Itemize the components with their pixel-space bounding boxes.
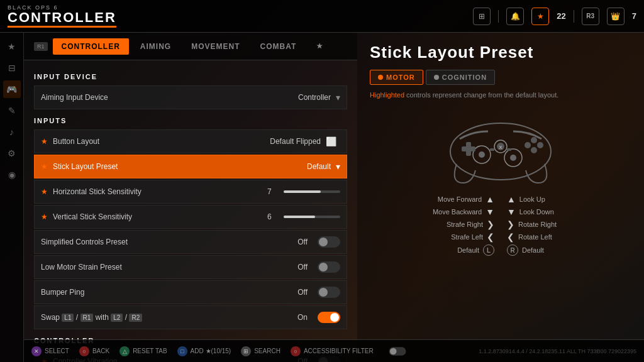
toggle-low-motor-strain[interactable] — [318, 261, 340, 273]
toggle-simplified-controls[interactable] — [318, 236, 340, 248]
toggle-swap-buttons[interactable] — [318, 312, 340, 323]
mapping-rotate-right: ❯ Rotate Right — [507, 219, 631, 229]
svg-rect-14 — [490, 148, 494, 151]
slider-fill-vertical — [284, 216, 315, 218]
controller-diagram: X — [438, 107, 564, 189]
row-swap-buttons[interactable]: Swap L1 / R1 with L2 / R2 On — [34, 305, 347, 329]
dropdown-arrow-aiming: ▾ — [336, 92, 340, 102]
settings-area[interactable]: INPUT DEVICE Aiming Input Device Control… — [24, 60, 357, 362]
menu-icon[interactable]: ⊞ — [473, 8, 491, 25]
row-stick-layout-preset[interactable]: ★ Stick Layout Preset Default ▾ — [34, 155, 347, 178]
tab-controller[interactable]: CONTROLLER — [53, 38, 129, 55]
notification-icon[interactable]: 🔔 — [506, 8, 524, 25]
label-strafe-left: Strafe Left — [370, 233, 483, 241]
export-icon-button-layout[interactable]: ⬜ — [326, 136, 336, 146]
add-icon: □ — [177, 346, 187, 356]
svg-point-7 — [525, 142, 531, 148]
dropdown-arrow-stick: ▾ — [336, 162, 340, 172]
highlighted-word: Highlighted — [370, 91, 404, 99]
row-button-layout[interactable]: ★ Button Layout Default Flipped ⬜ — [34, 129, 347, 153]
rank-icon[interactable]: R3 — [582, 8, 599, 25]
toggle-knob-accessibility — [390, 348, 397, 354]
arrow-move-backward: ▼ — [486, 207, 494, 217]
row-vertical-sensitivity[interactable]: ★ Vertical Stick Sensitivity 6 — [34, 205, 347, 229]
star-h-sensitivity: ★ — [41, 187, 48, 196]
mapping-rotate-left: ❮ Rotate Left — [507, 232, 631, 242]
label-aiming-input-device: Aiming Input Device — [41, 93, 298, 102]
row-simplified-controls[interactable]: Simplified Controls Preset Off — [34, 230, 347, 254]
slider-horizontal[interactable]: 7 — [267, 187, 340, 196]
action-accessibility[interactable]: ○ ACCESSIBILITY FILTER — [291, 346, 374, 356]
toggle-knob-motor — [319, 263, 328, 272]
row-low-motor-strain[interactable]: Low Motor Strain Preset Off — [34, 255, 347, 279]
stick-tab-cognition[interactable]: COGNITION — [426, 70, 495, 85]
page-title: CONTROLLER — [8, 11, 116, 25]
slider-vertical[interactable]: 6 — [267, 212, 340, 221]
topbar: BLACK OPS 6 CONTROLLER ⊞ 🔔 ★ 22 R3 👑 7 — [0, 0, 644, 33]
prestige-stat: 7 — [632, 11, 636, 21]
accessibility-label: ACCESSIBILITY FILTER — [304, 348, 374, 354]
select-label: SELECT — [45, 348, 69, 354]
value-low-motor-strain: Off — [297, 263, 308, 272]
cognition-tab-label: COGNITION — [442, 74, 487, 81]
action-rotate-left: Rotate Left — [518, 233, 631, 241]
action-back[interactable]: ○ BACK — [79, 346, 109, 356]
divider — [498, 10, 499, 23]
action-look-down: Look Down — [519, 208, 631, 216]
section-header-input-device: INPUT DEVICE — [34, 73, 347, 80]
tab-combat[interactable]: COMBAT — [252, 38, 306, 55]
action-select[interactable]: ✕ SELECT — [31, 346, 69, 356]
action-reset-tab[interactable]: △ RESET TAB — [119, 346, 167, 356]
svg-point-2 — [479, 151, 485, 158]
toggle-accessibility[interactable] — [389, 347, 406, 356]
value-simplified-controls: Off — [297, 238, 308, 246]
tab-movement[interactable]: MOVEMENT — [182, 38, 248, 55]
stick-tab-motor[interactable]: MOTOR — [370, 70, 423, 85]
sidebar-icon-profile[interactable]: ◉ — [3, 166, 21, 184]
back-icon: ○ — [79, 346, 89, 356]
logo-accent-bar — [8, 26, 116, 28]
tab-extra[interactable]: ★ — [308, 38, 332, 54]
label-vertical-sensitivity: Vertical Stick Sensitivity — [53, 212, 267, 221]
label-simplified-controls: Simplified Controls Preset — [41, 238, 297, 246]
mapping-move-backward: Move Backward ▼ — [370, 207, 494, 217]
toggle-knob-swap — [330, 313, 339, 322]
svg-point-4 — [510, 155, 516, 161]
toggle-knob-bumper — [319, 288, 328, 297]
slider-track-vertical[interactable] — [284, 216, 340, 218]
prestige-icon[interactable]: ★ — [531, 8, 549, 25]
svg-point-10 — [537, 142, 543, 148]
slider-fill-horizontal — [284, 190, 321, 193]
action-add[interactable]: □ ADD ★(10/15) — [177, 346, 231, 356]
label-bumper-ping: Bumper Ping — [41, 288, 297, 297]
sidebar-icon-edit[interactable]: ✎ — [3, 102, 21, 119]
mapping-strafe-left: Strafe Left ❮ — [370, 232, 494, 242]
action-search[interactable]: ⊞ SEARCH — [241, 346, 280, 356]
label-horizontal-sensitivity: Horizontal Stick Sensitivity — [53, 187, 267, 196]
value-stick-layout-preset: Default — [307, 162, 331, 171]
reset-tab-label: RESET TAB — [133, 348, 167, 354]
slider-track-horizontal[interactable] — [284, 190, 340, 193]
sidebar-icon-controller[interactable]: 🎮 — [3, 80, 21, 98]
row-horizontal-sensitivity[interactable]: ★ Horizontal Stick Sensitivity 7 — [34, 180, 347, 204]
value-button-layout: Default Flipped — [270, 137, 321, 146]
sidebar-icon-star[interactable]: ★ — [3, 38, 21, 55]
row-bumper-ping[interactable]: Bumper Ping Off — [34, 280, 347, 304]
sidebar-icon-settings[interactable]: ⚙ — [3, 145, 21, 162]
tab-icon-r1: R1 — [34, 42, 48, 51]
action-default-right: Default — [522, 246, 631, 254]
prestige-count-icon[interactable]: 👑 — [607, 8, 625, 25]
stick-layout-title: Stick Layout Preset — [370, 43, 631, 62]
sidebar-icon-menu[interactable]: ⊟ — [3, 59, 21, 77]
toggle-bumper-ping[interactable] — [318, 287, 340, 298]
tab-aiming[interactable]: AIMING — [131, 38, 180, 55]
accessibility-icon: ○ — [291, 346, 301, 356]
mapping-strafe-right: Strafe Right ❯ — [370, 219, 494, 229]
section-header-inputs: INPUTS — [34, 117, 347, 124]
topbar-right: ⊞ 🔔 ★ 22 R3 👑 7 — [473, 8, 636, 25]
action-rotate-right: Rotate Right — [518, 221, 631, 228]
label-default-left: Default — [370, 246, 479, 254]
sidebar-icon-audio[interactable]: ♪ — [3, 123, 21, 141]
row-aiming-input-device[interactable]: Aiming Input Device Controller ▾ — [34, 85, 347, 109]
btn-right-stick: R — [507, 244, 518, 256]
